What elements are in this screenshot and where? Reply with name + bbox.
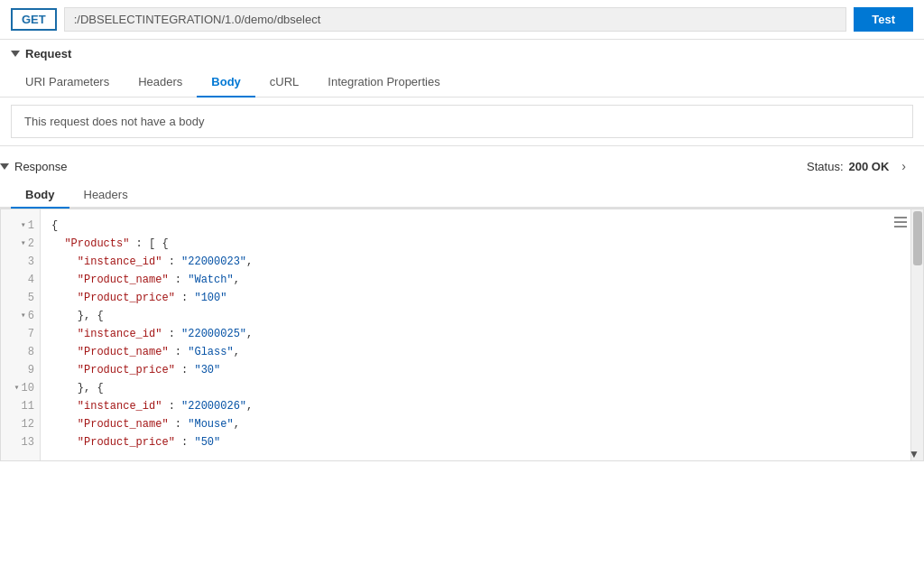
method-badge[interactable]: GET (11, 8, 57, 31)
json-punct: : (175, 436, 195, 449)
json-key: "Products" (64, 237, 129, 250)
code-line: "Product_price" : "100" (51, 289, 912, 307)
tab-curl[interactable]: cURL (255, 68, 314, 98)
request-section-header[interactable]: Request (0, 40, 924, 68)
collapse-triangle-response (0, 163, 9, 170)
code-line: "instance_id" : "22000025", (51, 325, 912, 343)
response-tabs: Body Headers (0, 182, 924, 209)
code-line: "Product_price" : "30" (51, 361, 912, 379)
json-punct: , (246, 255, 253, 268)
code-line: "Product_name" : "Watch", (51, 271, 912, 289)
json-value: "Mouse" (188, 418, 233, 431)
line-number: 6 (28, 307, 34, 325)
status-code: 200 OK (849, 160, 890, 173)
fold-arrow[interactable]: ▾ (21, 217, 26, 235)
tab-integration-properties[interactable]: Integration Properties (313, 68, 454, 98)
json-key: "instance_id" (78, 400, 162, 413)
line-number: 4 (28, 271, 34, 289)
code-line: }, { (51, 379, 912, 397)
tab-headers-response[interactable]: Headers (69, 182, 143, 209)
line-number: 8 (28, 343, 34, 361)
json-punct: : (162, 255, 181, 268)
line-number: 1 (28, 217, 34, 235)
json-key: "Product_name" (78, 274, 169, 286)
tab-uri-parameters[interactable]: URI Parameters (11, 68, 124, 98)
hamburger-menu-icon[interactable] (894, 217, 907, 228)
line-number: 5 (28, 289, 34, 307)
json-value: "Glass" (188, 346, 233, 358)
test-button[interactable]: Test (854, 7, 913, 32)
chevron-right-icon[interactable]: › (894, 155, 913, 177)
json-punct: : (175, 364, 195, 376)
line-number: 7 (28, 325, 34, 343)
json-punct: , (234, 274, 240, 286)
code-line: { (51, 217, 912, 235)
tab-headers-request[interactable]: Headers (124, 68, 197, 98)
json-key: "Product_name" (78, 418, 169, 431)
body-message: This request does not have a body (11, 105, 913, 138)
collapse-triangle-request (11, 51, 20, 57)
response-section-label: Response (14, 160, 68, 173)
line-number: 13 (22, 433, 34, 451)
json-punct: , (246, 400, 253, 413)
fold-arrow[interactable]: ▾ (14, 379, 20, 397)
tab-body-request[interactable]: Body (197, 68, 255, 98)
response-header-row: Response Status: 200 OK › (0, 150, 924, 182)
line-number: 12 (22, 415, 34, 433)
json-value: "22000025" (181, 328, 246, 340)
json-punct: : (169, 274, 189, 286)
json-key: "Product_price" (78, 292, 175, 304)
json-key: "instance_id" (78, 328, 162, 340)
request-section-label: Request (25, 47, 71, 60)
json-brace: { (51, 219, 58, 232)
json-punct: : (169, 346, 189, 358)
json-punct: : (162, 400, 181, 413)
json-punct: , (234, 346, 240, 358)
code-line: }, { (51, 307, 912, 325)
divider (0, 145, 924, 146)
request-tabs: URI Parameters Headers Body cURL Integra… (0, 68, 924, 98)
line-number: 2 (28, 235, 34, 253)
json-key: "Product_name" (78, 346, 169, 358)
scrollbar[interactable]: ▼ (910, 209, 923, 460)
status-label: Status: (807, 160, 843, 173)
line-numbers: ▾1▾2345▾6789▾10111213 (1, 209, 41, 460)
code-line: "Products" : [ { (51, 235, 912, 253)
json-punct: : (169, 418, 189, 431)
code-content[interactable]: { "Products" : [ { "instance_id" : "2200… (41, 209, 923, 460)
code-area: ▾1▾2345▾6789▾10111213 { "Products" : [ {… (0, 209, 924, 461)
line-number: 9 (28, 361, 34, 379)
code-line: "instance_id" : "22000026", (51, 397, 912, 415)
json-punct: , (234, 418, 240, 431)
json-punct: : [ { (129, 237, 168, 250)
json-key: "Product_price" (78, 436, 175, 449)
url-bar: :/DBSELECTINTEGRATION/1.0/demo/dbselect (64, 7, 847, 32)
json-value: "30" (194, 364, 220, 376)
json-punct: }, { (64, 310, 103, 322)
json-value: "100" (194, 292, 226, 304)
json-key: "Product_price" (78, 364, 175, 376)
json-value: "50" (194, 436, 220, 449)
json-punct: }, { (64, 382, 103, 395)
code-line: "Product_name" : "Glass", (51, 343, 912, 361)
json-value: "Watch" (188, 274, 233, 286)
top-bar: GET :/DBSELECTINTEGRATION/1.0/demo/dbsel… (0, 0, 924, 40)
json-punct: : (175, 292, 195, 304)
code-line: "instance_id" : "22000023", (51, 253, 912, 271)
line-number: 11 (22, 397, 34, 415)
scrollbar-thumb[interactable] (913, 211, 922, 265)
json-value: "22000026" (181, 400, 246, 413)
code-line: "Product_name" : "Mouse", (51, 415, 912, 433)
json-key: "instance_id" (78, 255, 162, 268)
fold-arrow[interactable]: ▾ (21, 235, 26, 253)
json-value: "22000023" (181, 255, 246, 268)
json-punct: , (246, 328, 253, 340)
line-number: 3 (28, 253, 34, 271)
json-punct: : (162, 328, 181, 340)
code-line: "Product_price" : "50" (51, 433, 912, 451)
line-number: 10 (22, 379, 34, 397)
response-header-left: Response (0, 160, 68, 173)
scroll-down-arrow-icon[interactable]: ▼ (909, 448, 919, 460)
fold-arrow[interactable]: ▾ (21, 307, 26, 325)
tab-body-response[interactable]: Body (11, 182, 69, 209)
